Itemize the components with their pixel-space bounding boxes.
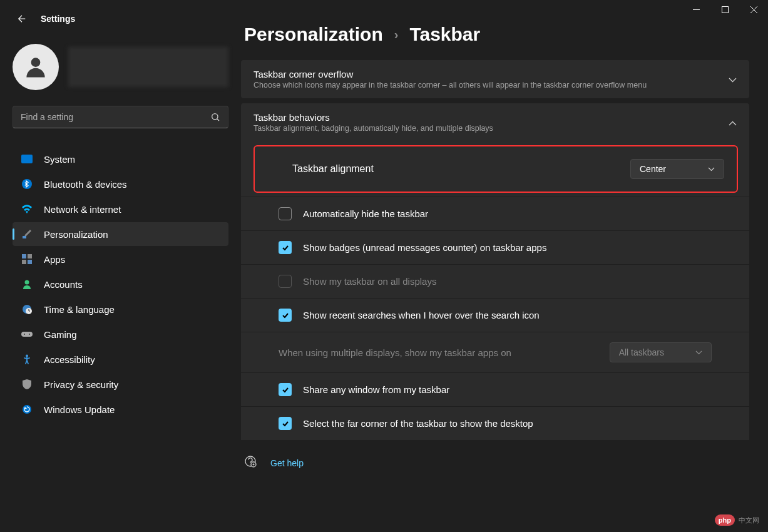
all-displays-row: Show my taskbar on all displays — [241, 264, 749, 298]
arrow-left-icon — [16, 13, 28, 24]
nav-item-apps[interactable]: Apps — [13, 247, 228, 271]
back-button[interactable] — [16, 13, 28, 25]
update-icon — [21, 404, 33, 415]
gamepad-icon — [21, 329, 33, 340]
search-box[interactable] — [13, 106, 228, 128]
profile-info-redacted — [68, 47, 228, 87]
svg-rect-12 — [21, 332, 33, 337]
nav-item-gaming[interactable]: Gaming — [13, 322, 228, 346]
chevron-down-icon — [695, 350, 702, 355]
auto-hide-checkbox[interactable] — [279, 207, 292, 220]
search-input[interactable] — [21, 112, 210, 122]
nav-item-windows-update[interactable]: Windows Update — [13, 397, 228, 421]
card-title: Taskbar behaviors — [253, 112, 493, 123]
dropdown-value: All taskbars — [619, 347, 664, 357]
far-corner-checkbox[interactable] — [279, 417, 292, 430]
help-link-row: Get help — [241, 442, 749, 477]
nav-item-personalization[interactable]: Personalization — [13, 222, 228, 246]
clock-globe-icon — [21, 304, 33, 315]
overflow-card-header[interactable]: Taskbar corner overflow Choose which ico… — [241, 60, 749, 98]
card-subtitle: Taskbar alignment, badging, automaticall… — [253, 124, 493, 133]
wifi-icon — [21, 203, 33, 215]
svg-rect-8 — [28, 260, 32, 264]
overflow-card: Taskbar corner overflow Choose which ico… — [241, 60, 749, 98]
svg-point-1 — [212, 114, 218, 120]
nav-menu: System Bluetooth & devices Network & int… — [13, 147, 228, 421]
alignment-label: Taskbar alignment — [292, 163, 374, 175]
main-content: Personalization › Taskbar Taskbar corner… — [241, 0, 768, 532]
help-icon — [244, 455, 257, 471]
behaviors-card-header[interactable]: Taskbar behaviors Taskbar alignment, bad… — [241, 103, 749, 141]
share-window-checkbox[interactable] — [279, 383, 292, 396]
checkbox-label: Show recent searches when I hover over t… — [303, 310, 540, 320]
avatar — [13, 44, 59, 90]
chevron-right-icon: › — [394, 28, 399, 42]
checkbox-label: Select the far corner of the taskbar to … — [303, 418, 533, 429]
breadcrumb-parent[interactable]: Personalization — [244, 24, 383, 45]
svg-rect-4 — [23, 236, 26, 238]
php-badge: php — [715, 514, 735, 526]
svg-point-16 — [23, 405, 31, 414]
nav-label: Bluetooth & devices — [44, 179, 127, 190]
profile-row[interactable] — [13, 44, 228, 90]
nav-item-bluetooth[interactable]: Bluetooth & devices — [13, 172, 228, 196]
svg-point-3 — [22, 179, 32, 189]
monitor-icon — [21, 153, 33, 165]
bluetooth-icon — [21, 178, 33, 190]
chevron-down-icon — [708, 167, 715, 171]
dropdown-value: Center — [640, 164, 666, 174]
nav-item-accessibility[interactable]: Accessibility — [13, 347, 228, 371]
recent-searches-row[interactable]: Show recent searches when I hover over t… — [241, 298, 749, 332]
multi-display-label: When using multiple displays, show my ta… — [279, 347, 511, 358]
person-icon — [22, 53, 49, 81]
nav-item-network[interactable]: Network & internet — [13, 197, 228, 221]
nav-item-time-language[interactable]: Time & language — [13, 297, 228, 321]
nav-label: Time & language — [44, 304, 115, 315]
svg-rect-6 — [28, 254, 32, 258]
breadcrumb: Personalization › Taskbar — [241, 24, 768, 45]
auto-hide-row[interactable]: Automatically hide the taskbar — [241, 197, 749, 230]
search-icon — [210, 112, 220, 122]
paintbrush-icon — [21, 228, 33, 240]
breadcrumb-current: Taskbar — [409, 24, 480, 45]
sidebar: Settings System Bluetooth & devices Netw… — [0, 0, 241, 532]
minimize-button[interactable] — [682, 0, 710, 19]
nav-label: Accounts — [44, 279, 83, 290]
chevron-down-icon — [729, 74, 737, 85]
accounts-icon — [21, 279, 33, 290]
recent-searches-checkbox[interactable] — [279, 309, 292, 322]
help-link[interactable]: Get help — [270, 458, 304, 468]
svg-rect-5 — [22, 254, 26, 258]
nav-label: Network & internet — [44, 204, 121, 215]
checkbox-label: Show my taskbar on all displays — [303, 276, 436, 287]
share-window-row[interactable]: Share any window from my taskbar — [241, 372, 749, 406]
card-title: Taskbar corner overflow — [253, 69, 647, 79]
apps-icon — [21, 253, 33, 265]
taskbar-alignment-row: Taskbar alignment Center — [253, 145, 738, 193]
svg-point-14 — [29, 334, 30, 335]
svg-rect-2 — [21, 155, 33, 163]
nav-item-privacy[interactable]: Privacy & security — [13, 372, 228, 396]
checkbox-label: Share any window from my taskbar — [303, 384, 449, 395]
svg-rect-17 — [693, 9, 700, 10]
svg-rect-18 — [722, 6, 728, 13]
svg-point-0 — [31, 58, 41, 67]
close-icon — [750, 6, 757, 13]
checkbox-label: Show badges (unread messages counter) on… — [303, 242, 546, 253]
badges-row[interactable]: Show badges (unread messages counter) on… — [241, 230, 749, 264]
window-controls — [241, 0, 768, 24]
badges-checkbox[interactable] — [279, 241, 292, 254]
watermark-text: 中文网 — [739, 516, 759, 525]
maximize-button[interactable] — [710, 0, 739, 19]
alignment-dropdown[interactable]: Center — [630, 159, 724, 179]
multi-display-dropdown: All taskbars — [610, 342, 712, 362]
content-area: Taskbar corner overflow Choose which ico… — [241, 60, 768, 532]
multi-display-row: When using multiple displays, show my ta… — [241, 332, 749, 372]
nav-label: Accessibility — [44, 354, 95, 365]
nav-item-accounts[interactable]: Accounts — [13, 272, 228, 296]
far-corner-row[interactable]: Select the far corner of the taskbar to … — [241, 406, 749, 440]
behaviors-card: Taskbar behaviors Taskbar alignment, bad… — [241, 103, 749, 440]
nav-item-system[interactable]: System — [13, 147, 228, 171]
checkbox-label: Automatically hide the taskbar — [303, 208, 428, 219]
close-button[interactable] — [739, 0, 768, 19]
